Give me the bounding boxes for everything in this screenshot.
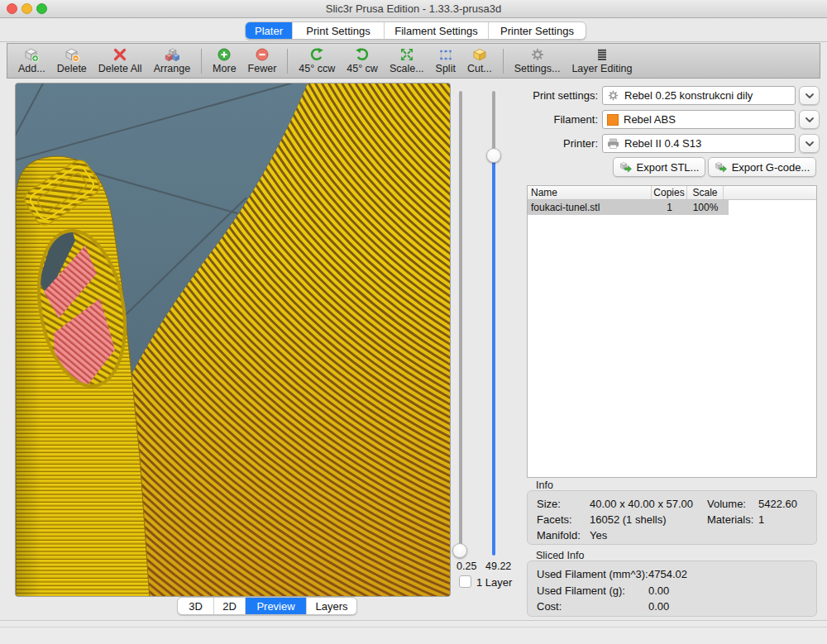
table-header: Name Copies Scale xyxy=(528,186,816,200)
one-layer-checkbox[interactable] xyxy=(459,575,471,588)
object-name: foukaci-tunel.stl xyxy=(528,202,652,213)
printer-icon xyxy=(607,138,619,150)
filament-select[interactable]: Rebel ABS xyxy=(602,110,796,129)
column-header-copies[interactable]: Copies xyxy=(652,186,687,199)
volume-label: Volume: xyxy=(707,498,746,510)
toolbar-separator xyxy=(201,49,202,74)
layer-stack-icon xyxy=(595,47,609,62)
filament-dropdown-button[interactable] xyxy=(799,110,820,129)
export-stl-button[interactable]: Export STL... xyxy=(613,157,705,177)
toolbar-separator xyxy=(287,49,288,74)
layer-range-slider-high[interactable] xyxy=(492,91,495,157)
split-squares-icon xyxy=(438,47,453,62)
filament-value: Rebel ABS xyxy=(624,113,676,126)
toolbar: Add... Delete Delete All xyxy=(7,43,820,79)
layer-editing-button[interactable]: Layer Editing xyxy=(566,45,638,77)
fewer-button[interactable]: Fewer xyxy=(242,45,283,77)
materials-value: 1 xyxy=(758,513,764,526)
printer-value: Rebel II 0.4 S13 xyxy=(624,137,701,150)
rotate-cw-button[interactable]: 45° cw xyxy=(341,45,384,77)
view-mode-tab-bar: 3D 2D Preview Layers xyxy=(177,597,357,615)
box-minus-icon xyxy=(65,47,79,62)
facets-label: Facets: xyxy=(537,513,572,526)
delete-all-button[interactable]: Delete All xyxy=(93,45,148,77)
one-layer-checkbox-label: 1 Layer xyxy=(476,576,512,589)
printer-select[interactable]: Rebel II 0.4 S13 xyxy=(602,134,796,153)
cubes-icon xyxy=(165,47,179,62)
sliced-info-box: Used Filament (mm^3): 4754.02 Used Filam… xyxy=(527,561,817,617)
used-filament-mm3-label: Used Filament (mm^3): xyxy=(537,568,648,580)
view-tab-preview[interactable]: Preview xyxy=(246,598,307,614)
main-tab-bar: Plater Print Settings Filament Settings … xyxy=(245,21,586,40)
layer-slider-min-value: 0.25 xyxy=(457,561,476,572)
object-scale: 100% xyxy=(687,202,724,213)
print-settings-select[interactable]: Rebel 0.25 konstrukcni dily xyxy=(602,86,796,105)
export-box-icon xyxy=(715,160,728,174)
app-window: { "titlebar": { "title": "Slic3r Prusa E… xyxy=(0,0,827,644)
more-button[interactable]: More xyxy=(207,45,241,77)
manifold-label: Manifold: xyxy=(537,529,581,541)
object-copies: 1 xyxy=(652,202,687,213)
cut-button[interactable]: Cut... xyxy=(461,45,498,77)
red-x-icon xyxy=(112,47,127,62)
box-plus-icon xyxy=(24,47,39,62)
view-tab-2d[interactable]: 2D xyxy=(214,598,246,614)
materials-label: Materials: xyxy=(707,513,753,526)
facets-value: 16052 (1 shells) xyxy=(590,513,667,526)
view-tab-layers[interactable]: Layers xyxy=(307,598,356,614)
object-list-table[interactable]: Name Copies Scale foukaci-tunel.stl 1 10… xyxy=(527,185,817,478)
volume-value: 5422.60 xyxy=(758,498,797,510)
add-button[interactable]: Add... xyxy=(12,45,51,77)
info-box: Size: 40.00 x 40.00 x 57.00 Volume: 5422… xyxy=(527,490,817,545)
chevron-down-icon xyxy=(805,93,814,99)
toolbar-top-divider xyxy=(0,41,827,42)
delete-button[interactable]: Delete xyxy=(51,45,93,77)
view-tab-3d[interactable]: 3D xyxy=(178,598,214,614)
filament-label: Filament: xyxy=(513,113,598,126)
tab-printer-settings[interactable]: Printer Settings xyxy=(489,22,586,39)
window-bottom-strip xyxy=(0,621,827,644)
manifold-value: Yes xyxy=(590,529,607,541)
gear-icon xyxy=(530,47,545,62)
used-filament-g-value: 0.00 xyxy=(648,584,669,597)
rotate-cw-icon xyxy=(355,47,370,62)
export-gcode-button[interactable]: Export G-code... xyxy=(708,157,816,177)
cost-label: Cost: xyxy=(537,600,562,613)
tab-print-settings[interactable]: Print Settings xyxy=(293,22,385,39)
column-header-scale[interactable]: Scale xyxy=(687,186,724,199)
tab-plater[interactable]: Plater xyxy=(246,22,293,39)
sliced-info-section-title: Sliced Info xyxy=(536,550,584,561)
size-label: Size: xyxy=(537,498,561,510)
scale-arrows-icon xyxy=(399,47,414,62)
arrange-button[interactable]: Arrange xyxy=(148,45,196,77)
toolbar-separator xyxy=(503,49,504,74)
window-title: Slic3r Prusa Edition - 1.33.3-prusa3d xyxy=(0,2,827,15)
size-value: 40.00 x 40.00 x 57.00 xyxy=(590,498,693,510)
layer-range-slider-low[interactable] xyxy=(459,91,462,556)
used-filament-g-label: Used Filament (g): xyxy=(537,584,625,597)
split-button[interactable]: Split xyxy=(430,45,461,77)
scale-button[interactable]: Scale... xyxy=(384,45,430,77)
column-header-name[interactable]: Name xyxy=(528,186,652,199)
tab-filament-settings[interactable]: Filament Settings xyxy=(385,22,489,39)
printer-dropdown-button[interactable] xyxy=(799,134,820,153)
print-settings-dropdown-button[interactable] xyxy=(799,86,820,105)
settings-button[interactable]: Settings... xyxy=(509,45,566,77)
rotate-ccw-button[interactable]: 45° ccw xyxy=(293,45,341,77)
chevron-down-icon xyxy=(805,141,814,147)
info-section-title: Info xyxy=(536,479,553,491)
red-minus-circle-icon xyxy=(255,47,270,62)
table-row[interactable]: foukaci-tunel.stl 1 100% xyxy=(528,200,729,215)
preview-3d-viewport[interactable] xyxy=(15,83,451,597)
print-settings-label: Print settings: xyxy=(513,89,598,102)
chevron-down-icon xyxy=(805,117,814,123)
green-plus-circle-icon xyxy=(217,47,232,62)
layer-slider-high-thumb[interactable] xyxy=(486,148,501,163)
export-box-icon xyxy=(619,160,633,174)
gear-icon xyxy=(607,89,619,102)
layer-slider-low-thumb[interactable] xyxy=(452,543,467,558)
yellow-box-icon xyxy=(472,47,487,62)
print-settings-value: Rebel 0.25 konstrukcni dily xyxy=(624,89,753,102)
titlebar: Slic3r Prusa Edition - 1.33.3-prusa3d xyxy=(0,0,827,18)
layer-slider-fill xyxy=(492,157,495,556)
